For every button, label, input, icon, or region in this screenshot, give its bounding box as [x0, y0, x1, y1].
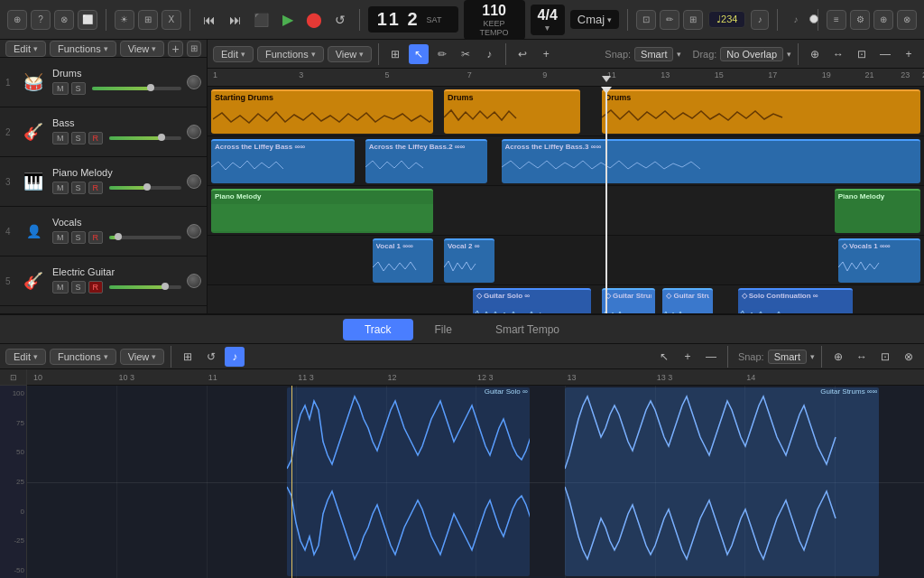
solo-btn-bass[interactable]: S — [71, 132, 86, 144]
grid-icon[interactable]: ⊞ — [138, 10, 158, 30]
clip-piano-1[interactable]: Piano Melody — [211, 189, 433, 233]
tempo-display[interactable]: 110 KEEP TEMPO — [464, 0, 525, 40]
toolbar-btn-1[interactable]: ⊕ — [7, 10, 27, 30]
clip-piano-2[interactable]: Piano Melody — [835, 189, 920, 233]
solo-btn-drums[interactable]: S — [71, 82, 86, 95]
clip-guitar-strums-1[interactable]: ◇ Guitar Strums — [602, 288, 656, 313]
pencil-tool[interactable]: ✏ — [432, 44, 452, 64]
clip-solo-continuation[interactable]: ◇ Solo Continuation ∞ — [738, 288, 853, 313]
toolbar-btn-4[interactable]: ⬜ — [78, 10, 97, 30]
search-icon[interactable]: ⊕ — [873, 10, 893, 30]
view-menu-button[interactable]: View ▾ — [120, 41, 165, 57]
resize-icon[interactable]: ↔ — [828, 44, 848, 64]
arrange-edit-button[interactable]: Edit ▾ — [213, 46, 254, 62]
share-icon[interactable]: ⊗ — [897, 10, 917, 30]
scissors-tool[interactable]: ✂ — [456, 44, 476, 64]
bottom-right-icon[interactable]: — — [701, 347, 721, 367]
clip-vocal-1[interactable]: Vocal 1 ∞∞ — [373, 238, 433, 283]
bottom-functions-button[interactable]: Functions ▾ — [50, 349, 116, 365]
bottom-zoom-in-icon[interactable]: ↔ — [852, 347, 872, 367]
clip-guitar-strums-2[interactable]: ◇ Guitar Strums — [662, 288, 713, 313]
stop-button[interactable]: ⬛ — [251, 9, 273, 31]
clip-vocal-2[interactable]: Vocal 2 ∞ — [444, 238, 494, 283]
lcd-display[interactable]: ♩234 — [708, 11, 745, 28]
mute-btn-piano[interactable]: M — [52, 182, 69, 194]
solo-btn-piano[interactable]: S — [71, 182, 86, 194]
bottom-cursor-tool[interactable]: ↖ — [654, 347, 674, 367]
track-row-piano[interactable]: Piano Melody Piano Melody — [208, 186, 924, 236]
midi-icon[interactable]: X — [162, 10, 181, 30]
track-item-bass[interactable]: 2 🎸 Bass M S R — [0, 107, 207, 157]
mute-btn-vocals[interactable]: M — [52, 231, 69, 244]
solo-btn-vocals[interactable]: S — [71, 231, 86, 244]
record-btn-guitar[interactable]: R — [88, 281, 104, 294]
track-item-choir[interactable]: 6 👥 Choir Vocals M S R — [0, 306, 207, 313]
pointer-tool[interactable]: ↖ — [409, 44, 429, 64]
bottom-zoom-out-icon[interactable]: ⊡ — [875, 347, 895, 367]
mute-btn-guitar[interactable]: M — [52, 281, 69, 294]
mute-btn-drums[interactable]: M — [52, 82, 69, 95]
clip-bass-3[interactable]: Across the Liffey Bass.3 ∞∞ — [502, 139, 920, 183]
forward-button[interactable]: ⏭ — [225, 9, 246, 31]
vol-knob-piano[interactable] — [187, 174, 201, 189]
track-item-vocals[interactable]: 4 👤 Vocals M S R — [0, 207, 207, 256]
track-options-button[interactable]: ⊞ — [187, 41, 201, 57]
arrange-functions-button[interactable]: Functions ▾ — [257, 46, 324, 62]
track-row-guitar[interactable]: ◇ Guitar Solo ∞ ◇ Guitar Strums ◇ Guitar… — [208, 285, 924, 313]
zoom-in-icon[interactable]: + — [899, 44, 919, 64]
clip-vocals-1[interactable]: ◇ Vocals 1 ∞∞ — [838, 238, 920, 283]
track-item-guitar[interactable]: 5 🎸 Electric Guitar M S R — [0, 256, 207, 306]
tuner-icon[interactable]: ♪ — [751, 10, 769, 30]
track-item-piano[interactable]: 3 🎹 Piano Melody M S R — [0, 157, 207, 207]
bottom-merge-icon[interactable]: ⊕ — [828, 347, 848, 367]
bottom-left-icon[interactable]: + — [678, 347, 698, 367]
drag-value[interactable]: No Overlap — [720, 47, 783, 61]
zoom-out-icon[interactable]: — — [875, 44, 895, 64]
merge-icon[interactable]: ⊕ — [805, 44, 825, 64]
select-tool[interactable]: ⊞ — [385, 44, 405, 64]
mute-btn-bass[interactable]: M — [52, 132, 69, 144]
settings-icon[interactable]: ⚙ — [850, 10, 870, 30]
vol-knob-drums[interactable] — [187, 75, 201, 89]
vol-knob-vocals[interactable] — [187, 224, 201, 238]
list-icon[interactable]: ≡ — [827, 10, 846, 30]
play-button[interactable]: ▶ — [277, 9, 299, 31]
vol-knob-bass[interactable] — [187, 125, 201, 139]
midi-tool[interactable]: ♪ — [479, 44, 499, 64]
piano-roll-icon[interactable]: ⊞ — [683, 10, 703, 30]
toolbar-btn-3[interactable]: ⊗ — [54, 10, 74, 30]
cycle-button[interactable]: ↺ — [329, 9, 351, 31]
bottom-close-icon[interactable]: ⊗ — [899, 347, 919, 367]
record-btn-vocals[interactable]: R — [88, 231, 104, 244]
time-signature-display[interactable]: 4/4 ▾ — [531, 5, 565, 35]
join-tool[interactable]: + — [536, 44, 556, 64]
clip-guitar-solo[interactable]: ◇ Guitar Solo ∞ — [473, 288, 591, 313]
toolbar-btn-2[interactable]: ? — [31, 10, 51, 30]
pencil-icon[interactable]: ✏ — [660, 10, 679, 30]
clip-drums-2[interactable]: Drums — [444, 89, 580, 134]
metronome-icon[interactable]: ☀ — [115, 10, 134, 30]
clip-starting-drums[interactable]: Starting Drums — [211, 89, 433, 134]
snap-value[interactable]: Smart — [634, 47, 673, 61]
expand-icon[interactable]: ⊡ — [852, 44, 872, 64]
tab-smart-tempo[interactable]: Smart Tempo — [474, 319, 581, 340]
tab-track[interactable]: Track — [343, 319, 413, 340]
bottom-clip-guitar-strums[interactable]: Guitar Strums ∞∞ — [565, 387, 879, 576]
add-track-button[interactable]: + — [168, 41, 182, 57]
clip-bass-1[interactable]: Across the Liffey Bass ∞∞ — [211, 139, 355, 183]
key-display[interactable]: Cmaj ▾ — [570, 10, 619, 29]
tab-file[interactable]: File — [413, 319, 474, 340]
loop-tool[interactable]: ↩ — [513, 44, 532, 64]
vol-knob-guitar[interactable] — [187, 274, 201, 288]
track-row-drums[interactable]: Starting Drums Drums Drums — [208, 87, 924, 136]
solo-btn-guitar[interactable]: S — [71, 281, 86, 294]
edit-menu-button[interactable]: Edit ▾ — [5, 41, 46, 57]
record-button[interactable]: ⬤ — [303, 9, 325, 31]
track-row-vocals[interactable]: Vocal 1 ∞∞ Vocal 2 ∞ ◇ Vocals 1 ∞∞ — [208, 236, 924, 285]
master-volume-slider[interactable]: ♪ — [786, 10, 809, 30]
rewind-button[interactable]: ⏮ — [199, 9, 220, 31]
bottom-pointer-tool[interactable]: ♪ — [225, 347, 245, 367]
track-row-bass[interactable]: Across the Liffey Bass ∞∞ Across the Lif… — [208, 136, 924, 186]
clip-drums-3[interactable]: Drums — [602, 89, 920, 134]
position-display[interactable]: 11 2 SAT — [368, 6, 458, 33]
